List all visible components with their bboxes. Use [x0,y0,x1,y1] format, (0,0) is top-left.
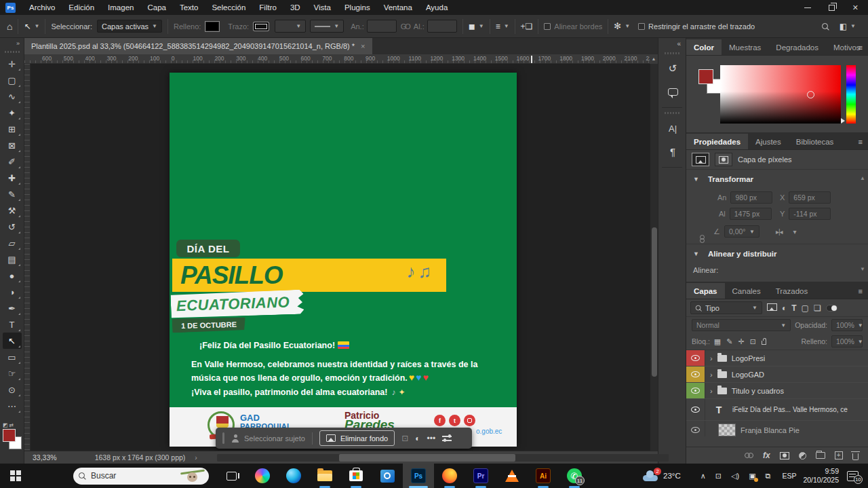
type-tool[interactable]: T [3,316,22,333]
width-value[interactable]: 980 px [730,191,772,204]
spot-healing-tool[interactable]: ✚ [3,170,22,186]
color-picker-ring[interactable] [807,91,814,98]
taskbar-file-explorer[interactable] [309,464,340,488]
rectangle-tool[interactable]: ▭ [3,349,22,365]
vertical-scrollbar[interactable] [650,64,658,451]
blend-mode-dropdown[interactable]: Normal▼ [692,319,791,331]
x-value[interactable]: 659 px [789,191,831,204]
meet-now-icon[interactable]: ⊡ [715,472,722,481]
menu-imagen[interactable]: Imagen [101,3,140,12]
expand-group-icon[interactable]: › [710,387,713,395]
opacity-value[interactable]: 100%▼ [831,319,863,331]
menu-vista[interactable]: Vista [307,3,338,12]
eyedropper-tool[interactable]: ✐ [3,153,22,170]
link-wh-icon[interactable] [700,235,705,243]
taskbar-vlc[interactable] [496,464,528,488]
status-arrow-icon[interactable]: › [195,453,197,462]
path-arrangement-icon[interactable]: +❏ [521,22,533,31]
dock-collapse-icon[interactable]: « [658,38,686,50]
mask-icon[interactable] [715,153,732,166]
menu-capa[interactable]: Capa [140,3,173,12]
taskbar-illustrator[interactable]: Ai [528,464,559,488]
zoom-tool[interactable]: ⊙ [3,381,22,398]
taskbar-edge[interactable] [278,464,309,488]
restore-button[interactable] [829,5,835,11]
taskbar-whatsapp[interactable]: ✆11 [559,464,590,488]
stroke-width-input[interactable]: ▼ [275,20,306,33]
lock-transparent-icon[interactable]: ▦ [714,337,721,346]
new-layer-icon[interactable]: + [835,451,843,459]
lock-artboard-icon[interactable]: ⊡ [750,337,756,346]
flip-vertical-icon[interactable]: ▾ [793,228,796,236]
foreground-color-well[interactable] [698,69,713,84]
eraser-tool[interactable]: ▱ [3,235,22,251]
lock-position-icon[interactable]: ✛ [738,337,744,346]
path-operations-icon[interactable]: ◼▼ [469,22,484,31]
gradient-tool[interactable]: ▤ [3,251,22,267]
foreground-color-swatch[interactable] [3,429,16,442]
hidden-icons-chevron[interactable]: ∧ [701,472,706,481]
close-button[interactable]: ✕ [852,3,859,12]
language-indicator[interactable]: ESP [782,472,796,480]
tab-canales[interactable]: Canales [725,283,768,299]
layer-styles-icon[interactable]: fx [763,451,770,460]
panel-menu-icon[interactable]: ≡ [859,43,863,52]
visibility-toggle[interactable] [686,383,705,398]
hue-slider-arrow[interactable] [841,118,845,124]
delete-layer-icon[interactable] [852,453,859,460]
taskbar-premiere[interactable]: Pr [465,464,496,488]
filter-type-layers-icon[interactable]: T [791,303,796,313]
move-tool[interactable]: ✛ [3,56,22,72]
menu-filtro[interactable]: Filtro [252,3,283,12]
layer-row[interactable]: TiFeliz Día del Pas... Valle Hermoso, ce [686,399,868,421]
history-panel-icon[interactable]: ↺ [658,57,687,80]
document-tab[interactable]: Plantilla 2025.psd al 33,3% (504664122_5… [24,38,372,54]
character-panel-icon[interactable]: A| [658,117,687,140]
blur-tool[interactable]: ● [3,267,22,284]
filter-shape-layers-icon[interactable]: ▢ [802,303,809,313]
menu-ventana[interactable]: Ventana [377,3,419,12]
frame-tool[interactable]: ⊠ [3,137,22,153]
notification-center-icon[interactable]: 10 [847,471,859,481]
link-dimensions-icon[interactable]: GO [401,22,410,31]
fill-value[interactable]: 100%▼ [831,335,863,348]
transform-icon[interactable]: ⊡ [401,434,408,443]
panel-menu-icon[interactable]: ≡ [859,287,863,295]
fill-swatch[interactable] [205,21,220,32]
width-input[interactable] [367,20,397,33]
panel-menu-icon[interactable]: ≡ [859,138,863,146]
select-subject-button[interactable]: Seleccionar sujeto [231,434,305,443]
chevron-down-icon[interactable]: ▼ [693,176,699,183]
taskbar-firefox[interactable] [434,464,465,488]
stroke-type-dropdown[interactable]: ▼ [310,20,344,33]
document-tab-close-icon[interactable]: × [361,42,365,50]
layer-row[interactable]: Franja Blanca Pie [686,421,868,436]
workspace-switcher-icon[interactable]: ◧▼ [840,22,856,31]
menu-archivo[interactable]: Archivo [22,3,62,12]
chat-icon[interactable]: ▣ [749,472,755,481]
pen-tool[interactable]: ✒ [3,300,22,316]
lock-paint-icon[interactable]: ✎ [726,337,732,346]
panel-scroll-up-icon[interactable]: ▲ [860,175,865,181]
tab-propiedades[interactable]: Propiedades [686,134,748,149]
properties-sliders-icon[interactable] [442,434,452,442]
height-value[interactable]: 1475 px [730,208,772,220]
link-layers-icon[interactable] [745,453,753,458]
menu-edicio-n[interactable]: Edición [62,3,101,12]
search-box[interactable]: Buscar [73,468,209,485]
height-input[interactable] [427,20,457,33]
crop-tool[interactable]: ⊞ [3,121,22,137]
vertical-scrollbar-thumb[interactable] [652,227,657,377]
taskbar-ms-store[interactable] [340,464,372,488]
tool-preset-caret-icon[interactable]: ▼ [35,23,40,29]
horizontal-scrollbar-thumb[interactable] [339,454,515,462]
menu-3d[interactable]: 3D [283,3,307,12]
rect-marquee-tool[interactable]: ▢ [3,72,22,88]
zoom-level[interactable]: 33,33% [33,453,57,462]
filter-adjustment-layers-icon[interactable]: ◐ [782,303,787,313]
ruler-collapse-icon[interactable]: ▲ [650,54,658,64]
search-highlight-image[interactable] [180,469,205,483]
comment-panel-icon[interactable] [658,80,687,103]
lasso-tool[interactable]: ∿ [3,88,22,105]
minimize-button[interactable] [804,7,811,8]
